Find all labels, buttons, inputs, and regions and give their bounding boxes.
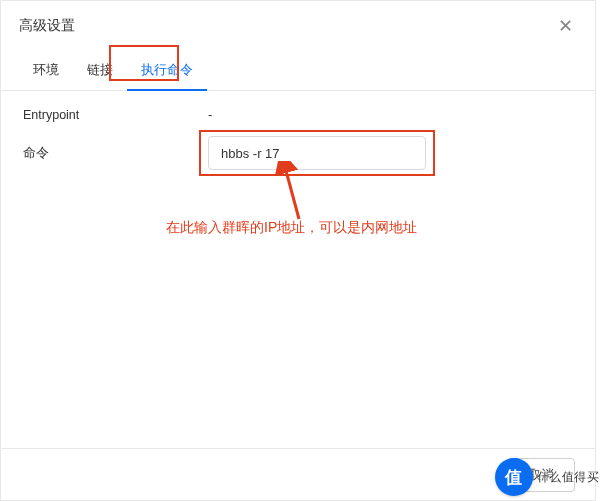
button-label: 取消 xyxy=(528,467,554,482)
tabs: 环境 链接 执行命令 xyxy=(1,47,595,91)
row-command: 命令 xyxy=(23,136,573,170)
command-input[interactable] xyxy=(208,136,426,170)
value-entrypoint: - xyxy=(208,107,212,122)
tab-exec-command[interactable]: 执行命令 xyxy=(127,53,207,91)
tab-label: 链接 xyxy=(87,62,113,77)
tab-label: 环境 xyxy=(33,62,59,77)
cancel-button[interactable]: 取消 xyxy=(507,458,575,492)
modal-footer: 取消 xyxy=(1,448,595,500)
row-entrypoint: Entrypoint - xyxy=(23,107,573,122)
command-input-wrap xyxy=(208,136,426,170)
modal-title: 高级设置 xyxy=(19,17,75,35)
tab-links[interactable]: 链接 xyxy=(73,53,127,90)
tab-label: 执行命令 xyxy=(141,62,193,77)
label-command: 命令 xyxy=(23,145,208,162)
annotation-text: 在此输入群晖的IP地址，可以是内网地址 xyxy=(166,219,417,237)
modal-content: Entrypoint - 命令 xyxy=(1,91,595,200)
close-icon[interactable]: ✕ xyxy=(554,15,577,37)
label-entrypoint: Entrypoint xyxy=(23,108,208,122)
modal-header: 高级设置 ✕ xyxy=(1,1,595,47)
advanced-settings-modal: 高级设置 ✕ 环境 链接 执行命令 Entrypoint - 命令 xyxy=(0,0,596,501)
tab-environment[interactable]: 环境 xyxy=(19,53,73,90)
